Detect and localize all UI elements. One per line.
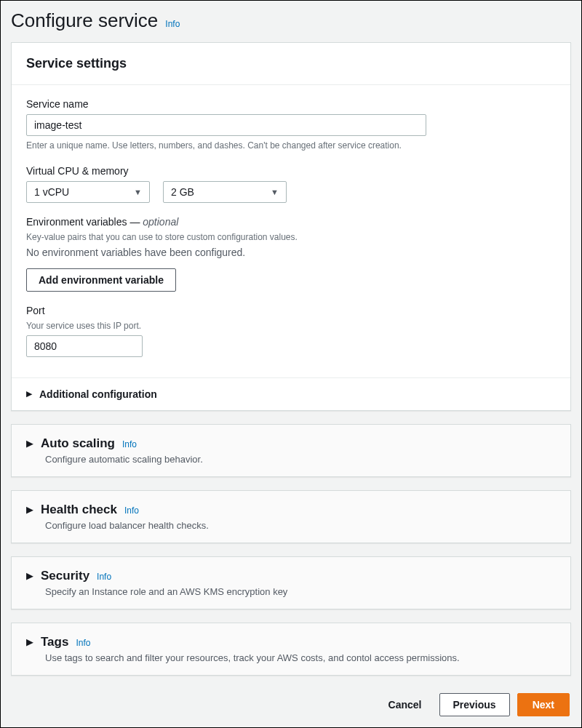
service-name-input[interactable] <box>26 114 426 136</box>
memory-select[interactable]: 2 GB ▼ <box>163 181 287 203</box>
port-hint: Your service uses this IP port. <box>26 321 556 331</box>
page-title: Configure service <box>11 9 158 32</box>
env-vars-label: Environment variables — optional <box>26 216 556 228</box>
cpu-memory-group: Virtual CPU & memory 1 vCPU ▼ 2 GB ▼ <box>26 165 556 203</box>
service-name-group: Service name Enter a unique name. Use le… <box>26 98 556 152</box>
env-vars-hint: Key-value pairs that you can use to stor… <box>26 232 556 242</box>
footer-actions: Cancel Previous Next <box>11 689 571 719</box>
tags-desc: Use tags to search and filter your resou… <box>12 652 570 675</box>
env-vars-optional-text: optional <box>140 216 178 228</box>
caret-right-icon: ▶ <box>26 389 32 399</box>
security-desc: Specify an Instance role and an AWS KMS … <box>12 586 570 609</box>
auto-scaling-toggle[interactable]: ▶ Auto scaling Info <box>12 425 570 454</box>
add-env-var-button[interactable]: Add environment variable <box>26 268 176 292</box>
vcpu-select[interactable]: 1 vCPU ▼ <box>26 181 150 203</box>
service-settings-heading: Service settings <box>26 56 556 71</box>
caret-right-icon: ▶ <box>26 570 33 581</box>
security-toggle[interactable]: ▶ Security Info <box>12 557 570 586</box>
service-settings-header: Service settings <box>12 43 570 85</box>
additional-config-title: Additional configuration <box>39 388 157 400</box>
health-check-toggle[interactable]: ▶ Health check Info <box>12 491 570 520</box>
cpu-memory-label: Virtual CPU & memory <box>26 165 556 177</box>
health-check-info-link[interactable]: Info <box>124 505 139 516</box>
service-settings-panel: Service settings Service name Enter a un… <box>11 42 571 411</box>
caret-down-icon: ▼ <box>271 188 279 196</box>
security-panel: ▶ Security Info Specify an Instance role… <box>11 556 571 609</box>
tags-panel: ▶ Tags Info Use tags to search and filte… <box>11 623 571 676</box>
page-title-row: Configure service Info <box>11 9 571 32</box>
health-check-panel: ▶ Health check Info Configure load balan… <box>11 490 571 543</box>
service-name-hint: Enter a unique name. Use letters, number… <box>26 140 556 152</box>
tags-info-link[interactable]: Info <box>76 638 90 648</box>
caret-down-icon: ▼ <box>134 188 142 196</box>
memory-select-value: 2 GB <box>171 186 194 198</box>
tags-title: Tags <box>41 635 68 649</box>
security-info-link[interactable]: Info <box>97 572 111 582</box>
next-button[interactable]: Next <box>517 693 570 716</box>
caret-right-icon: ▶ <box>26 636 33 647</box>
service-name-label: Service name <box>26 98 556 110</box>
caret-right-icon: ▶ <box>26 438 33 449</box>
caret-right-icon: ▶ <box>26 504 33 515</box>
port-input[interactable] <box>26 335 143 357</box>
security-title: Security <box>41 569 89 583</box>
auto-scaling-title: Auto scaling <box>41 436 115 451</box>
tags-toggle[interactable]: ▶ Tags Info <box>12 623 570 652</box>
port-label: Port <box>26 305 556 316</box>
health-check-title: Health check <box>41 503 117 517</box>
health-check-desc: Configure load balancer health checks. <box>12 520 570 543</box>
env-vars-label-text: Environment variables — <box>26 216 140 228</box>
auto-scaling-info-link[interactable]: Info <box>122 439 137 449</box>
auto-scaling-panel: ▶ Auto scaling Info Configure automatic … <box>11 424 571 477</box>
env-vars-empty: No environment variables have been confi… <box>26 247 556 258</box>
port-group: Port Your service uses this IP port. <box>26 305 556 357</box>
page-title-info-link[interactable]: Info <box>165 19 180 29</box>
vcpu-select-value: 1 vCPU <box>34 186 69 198</box>
cancel-button[interactable]: Cancel <box>378 694 432 716</box>
additional-config-toggle[interactable]: ▶ Additional configuration <box>12 378 570 410</box>
auto-scaling-desc: Configure automatic scaling behavior. <box>12 454 570 476</box>
env-vars-group: Environment variables — optional Key-val… <box>26 216 556 292</box>
previous-button[interactable]: Previous <box>439 693 510 716</box>
